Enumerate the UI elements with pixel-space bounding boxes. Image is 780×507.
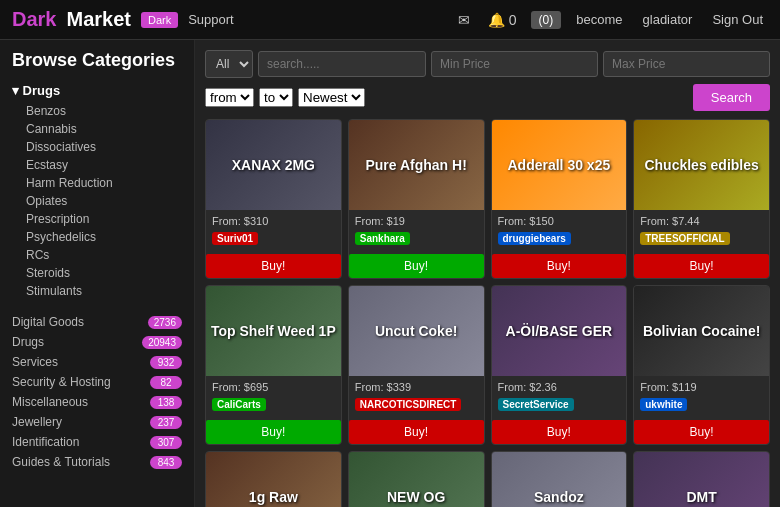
- sidebar-sub-item[interactable]: Prescription: [12, 210, 182, 228]
- buy-button[interactable]: Buy!: [206, 254, 341, 278]
- sidebar-cat-row[interactable]: Security & Hosting82: [12, 372, 182, 392]
- buy-button[interactable]: Buy!: [206, 420, 341, 444]
- sidebar-cat-label: Identification: [12, 435, 79, 449]
- sidebar-cat-label: Guides & Tutorials: [12, 455, 110, 469]
- product-name: Top Shelf Weed 1P: [207, 319, 340, 344]
- sidebar-sub-item[interactable]: Harm Reduction: [12, 174, 182, 192]
- product-info: From: $695 CaliCarts: [206, 376, 341, 420]
- product-price: From: $19: [355, 215, 478, 227]
- buy-button[interactable]: Buy!: [349, 254, 484, 278]
- sidebar-cat-row[interactable]: Guides & Tutorials843: [12, 452, 182, 472]
- product-name: XANAX 2MG: [228, 153, 319, 178]
- user-link[interactable]: gladiator: [643, 12, 693, 27]
- sidebar-sub-item[interactable]: RCs: [12, 246, 182, 264]
- drugs-section: ▾ Drugs BenzosCannabisDissociativesEcsta…: [12, 83, 182, 300]
- product-price: From: $695: [212, 381, 335, 393]
- product-image: Adderall 30 x25: [492, 120, 627, 210]
- category-list: Digital Goods2736Drugs20943Services932Se…: [12, 312, 182, 472]
- drugs-header[interactable]: ▾ Drugs: [12, 83, 182, 98]
- sidebar-sub-item[interactable]: Psychedelics: [12, 228, 182, 246]
- product-vendor[interactable]: Sankhara: [355, 232, 410, 245]
- product-name: NEW OG: [383, 485, 449, 507]
- buy-button[interactable]: Buy!: [492, 420, 627, 444]
- product-info: From: $339 NARCOTICSDIRECT: [349, 376, 484, 420]
- sidebar: Browse Categories ▾ Drugs BenzosCannabis…: [0, 40, 195, 507]
- main-layout: Browse Categories ▾ Drugs BenzosCannabis…: [0, 40, 780, 507]
- product-card: XANAX 2MG From: $310 Suriv01 Buy!: [205, 119, 342, 279]
- sidebar-cat-label: Jewellery: [12, 415, 62, 429]
- search-input[interactable]: [258, 51, 426, 77]
- product-info: From: $310 Suriv01: [206, 210, 341, 254]
- sidebar-sub-item[interactable]: Stimulants: [12, 282, 182, 300]
- product-card: Bolivian Cocaine! From: $119 ukwhite Buy…: [633, 285, 770, 445]
- product-name: 1g Raw: [245, 485, 302, 507]
- sidebar-cat-row[interactable]: Miscellaneous138: [12, 392, 182, 412]
- sidebar-cat-row[interactable]: Digital Goods2736: [12, 312, 182, 332]
- become-link[interactable]: become: [576, 12, 622, 27]
- sort-select[interactable]: Newest: [298, 88, 365, 107]
- sidebar-sub-item[interactable]: Opiates: [12, 192, 182, 210]
- product-image: A-ÖI/BASE GER: [492, 286, 627, 376]
- product-vendor[interactable]: CaliCarts: [212, 398, 266, 411]
- sidebar-cat-label: Miscellaneous: [12, 395, 88, 409]
- product-card: NEW OG From: $45 vendor2 Buy!: [348, 451, 485, 507]
- sidebar-cat-row[interactable]: Identification307: [12, 432, 182, 452]
- search-button[interactable]: Search: [693, 84, 770, 111]
- product-name: Adderall 30 x25: [504, 153, 615, 178]
- to-select[interactable]: to: [259, 88, 293, 107]
- sidebar-cat-row[interactable]: Drugs20943: [12, 332, 182, 352]
- product-vendor[interactable]: ukwhite: [640, 398, 687, 411]
- product-price: From: $339: [355, 381, 478, 393]
- product-vendor[interactable]: Suriv01: [212, 232, 258, 245]
- buy-button[interactable]: Buy!: [634, 420, 769, 444]
- mail-icon[interactable]: ✉: [458, 12, 470, 28]
- product-price: From: $310: [212, 215, 335, 227]
- buy-button[interactable]: Buy!: [492, 254, 627, 278]
- sidebar-cat-row[interactable]: Jewellery237: [12, 412, 182, 432]
- sidebar-sub-item[interactable]: Dissociatives: [12, 138, 182, 156]
- dark-badge[interactable]: Dark: [141, 12, 178, 28]
- product-name: Sandoz: [530, 485, 588, 507]
- sidebar-sub-item[interactable]: Cannabis: [12, 120, 182, 138]
- product-vendor[interactable]: SecretService: [498, 398, 574, 411]
- sidebar-cat-row[interactable]: Services932: [12, 352, 182, 372]
- product-vendor[interactable]: TREESOFFICIAL: [640, 232, 729, 245]
- product-info: From: $2.36 SecretService: [492, 376, 627, 420]
- product-info: From: $150 druggiebears: [492, 210, 627, 254]
- sidebar-sub-item[interactable]: Ecstasy: [12, 156, 182, 174]
- product-price: From: $150: [498, 215, 621, 227]
- product-card: Chuckles edibles From: $7.44 TREESOFFICI…: [633, 119, 770, 279]
- product-info: From: $19 Sankhara: [349, 210, 484, 254]
- product-card: Sandoz From: $22 vendor3 Buy!: [491, 451, 628, 507]
- sidebar-cat-badge: 237: [150, 416, 182, 429]
- buy-button[interactable]: Buy!: [349, 420, 484, 444]
- sidebar-sub-item[interactable]: Benzos: [12, 102, 182, 120]
- cart-button[interactable]: (0): [531, 11, 562, 29]
- sidebar-cat-badge: 2736: [148, 316, 182, 329]
- product-name: Bolivian Cocaine!: [639, 319, 764, 344]
- signout-link[interactable]: Sign Out: [712, 12, 763, 27]
- from-select[interactable]: from: [205, 88, 254, 107]
- product-vendor[interactable]: NARCOTICSDIRECT: [355, 398, 462, 411]
- sidebar-cat-badge: 82: [150, 376, 182, 389]
- product-card: Top Shelf Weed 1P From: $695 CaliCarts B…: [205, 285, 342, 445]
- product-name: A-ÖI/BASE GER: [502, 319, 617, 344]
- bell-icon[interactable]: 🔔 0: [488, 12, 517, 28]
- product-image: Pure Afghan H!: [349, 120, 484, 210]
- max-price-input[interactable]: [603, 51, 770, 77]
- sidebar-cat-badge: 932: [150, 356, 182, 369]
- content-area: All from to Newest Search XANAX 2MG From…: [195, 40, 780, 507]
- min-price-input[interactable]: [431, 51, 598, 77]
- product-image: DMT: [634, 452, 769, 507]
- support-link[interactable]: Support: [188, 12, 234, 27]
- product-image: NEW OG: [349, 452, 484, 507]
- buy-button[interactable]: Buy!: [634, 254, 769, 278]
- sidebar-sub-item[interactable]: Steroids: [12, 264, 182, 282]
- product-image: Sandoz: [492, 452, 627, 507]
- sidebar-cat-badge: 843: [150, 456, 182, 469]
- product-vendor[interactable]: druggiebears: [498, 232, 571, 245]
- product-image: XANAX 2MG: [206, 120, 341, 210]
- product-image: Uncut Coke!: [349, 286, 484, 376]
- filter-select[interactable]: All: [205, 50, 253, 78]
- sub-items-list: BenzosCannabisDissociativesEcstasyHarm R…: [12, 102, 182, 300]
